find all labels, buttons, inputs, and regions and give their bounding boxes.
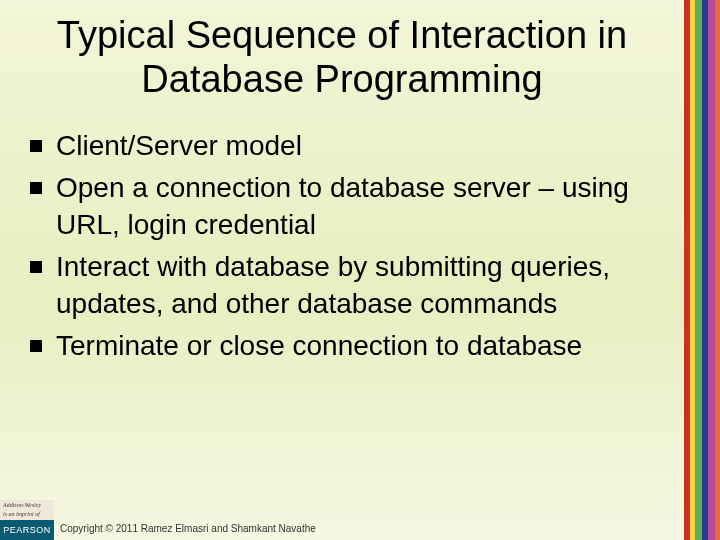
list-item: Interact with database by submitting que… [30,249,672,322]
bullet-text: Interact with database by submitting que… [56,249,672,322]
logo-brand: PEARSON [0,520,54,540]
bullet-text: Terminate or close connection to databas… [56,328,582,364]
square-bullet-icon [30,261,42,273]
slide-title: Typical Sequence of Interaction in Datab… [0,14,684,101]
square-bullet-icon [30,140,42,152]
list-item: Terminate or close connection to databas… [30,328,672,364]
slide: Typical Sequence of Interaction in Datab… [0,0,720,540]
copyright-text: Copyright © 2011 Ramez Elmasri and Shamk… [60,523,316,534]
list-item: Open a connection to database server – u… [30,170,672,243]
logo-imprint-text: Addison-Wesleyis an imprint of [0,500,54,520]
list-item: Client/Server model [30,128,672,164]
square-bullet-icon [30,182,42,194]
square-bullet-icon [30,340,42,352]
footer: Addison-Wesleyis an imprint of PEARSON C… [0,500,720,540]
bullet-list: Client/Server model Open a connection to… [30,128,672,370]
bullet-text: Client/Server model [56,128,302,164]
publisher-logo: Addison-Wesleyis an imprint of PEARSON [0,500,54,540]
bullet-text: Open a connection to database server – u… [56,170,672,243]
decorative-stripes [684,0,720,540]
